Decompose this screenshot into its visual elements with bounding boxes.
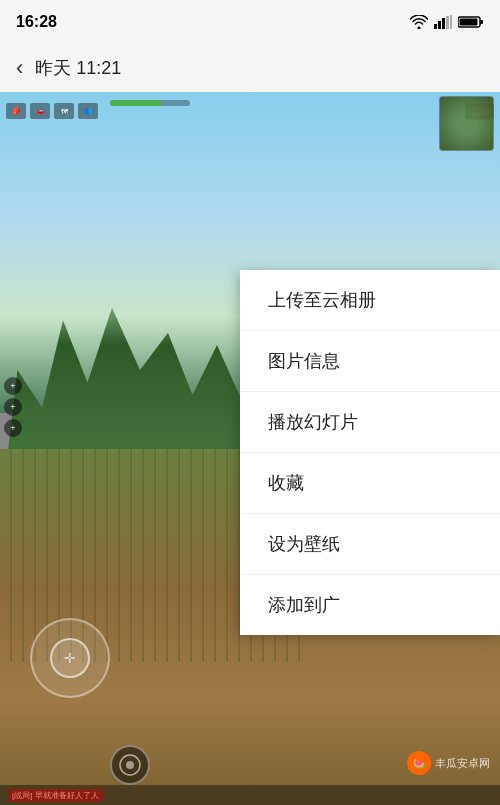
menu-item-add-to[interactable]: 添加到广 (240, 575, 500, 635)
bottom-bar: [战局] 早就准备好人了人 (0, 785, 500, 805)
hud-health-bar (110, 100, 190, 106)
svg-rect-4 (450, 15, 452, 29)
menu-item-slideshow-label: 播放幻灯片 (268, 410, 358, 434)
menu-item-photo-info-label: 图片信息 (268, 349, 340, 373)
svg-rect-2 (442, 18, 445, 29)
nav-bar: ‹ 昨天 11:21 (0, 44, 500, 92)
menu-item-add-to-label: 添加到广 (268, 593, 340, 617)
svg-point-9 (126, 761, 134, 769)
menu-item-slideshow[interactable]: 播放幻灯片 (240, 392, 500, 453)
svg-rect-3 (446, 16, 449, 29)
minimap-inner (440, 97, 493, 150)
back-button[interactable]: ‹ (16, 55, 23, 81)
svg-rect-1 (438, 21, 441, 29)
hud-icon-map: 🗺 (54, 103, 74, 119)
menu-item-photo-info[interactable]: 图片信息 (240, 331, 500, 392)
watermark-text: 丰瓜安卓网 (435, 756, 490, 771)
menu-item-set-wallpaper[interactable]: 设为壁纸 (240, 514, 500, 575)
joystick-arrows: ✛ (64, 651, 76, 665)
joystick-outer: ✛ (30, 618, 110, 698)
action-icon[interactable] (110, 745, 150, 785)
context-menu: 上传至云相册 图片信息 播放幻灯片 收藏 设为壁纸 添加到广 (240, 270, 500, 635)
menu-item-favorite-label: 收藏 (268, 471, 304, 495)
hud-minimap (439, 96, 494, 151)
menu-item-upload-cloud[interactable]: 上传至云相册 (240, 270, 500, 331)
watermark-icon: 🍉 (407, 751, 431, 775)
svg-rect-6 (480, 20, 483, 24)
hud-icon-car: 🚗 (30, 103, 50, 119)
svg-rect-0 (434, 24, 437, 29)
menu-item-favorite[interactable]: 收藏 (240, 453, 500, 514)
hud-btn-1: + (4, 377, 22, 395)
battery-icon (458, 15, 484, 29)
status-time: 16:28 (16, 13, 57, 31)
status-bar: 16:28 (0, 0, 500, 44)
wifi-icon (410, 15, 428, 29)
hud-btn-2: + (4, 398, 22, 416)
joystick-area[interactable]: ✛ (30, 618, 110, 698)
svg-rect-7 (460, 19, 478, 26)
menu-item-upload-cloud-label: 上传至云相册 (268, 288, 376, 312)
hud-health-fill (110, 100, 162, 106)
menu-item-set-wallpaper-label: 设为壁纸 (268, 532, 340, 556)
signal-icon (434, 15, 452, 29)
bottom-chat-text: [战局] 早就准备好人了人 (8, 789, 103, 802)
watermark: 🍉 丰瓜安卓网 (407, 751, 490, 775)
hud-icon-bag: 🎒 (6, 103, 26, 119)
status-icons (410, 15, 484, 29)
nav-title: 昨天 11:21 (35, 56, 121, 80)
main-content: 🎒 🚗 🗺 👥 136 + + + ✛ (0, 92, 500, 805)
hud-icon-team: 👥 (78, 103, 98, 119)
joystick-inner: ✛ (50, 638, 90, 678)
hud-icons-left: 🎒 🚗 🗺 👥 (6, 103, 98, 119)
hud-left-panel: + + + (4, 377, 22, 437)
hud-btn-3: + (4, 419, 22, 437)
hud-top: 🎒 🚗 🗺 👥 136 (0, 96, 500, 126)
